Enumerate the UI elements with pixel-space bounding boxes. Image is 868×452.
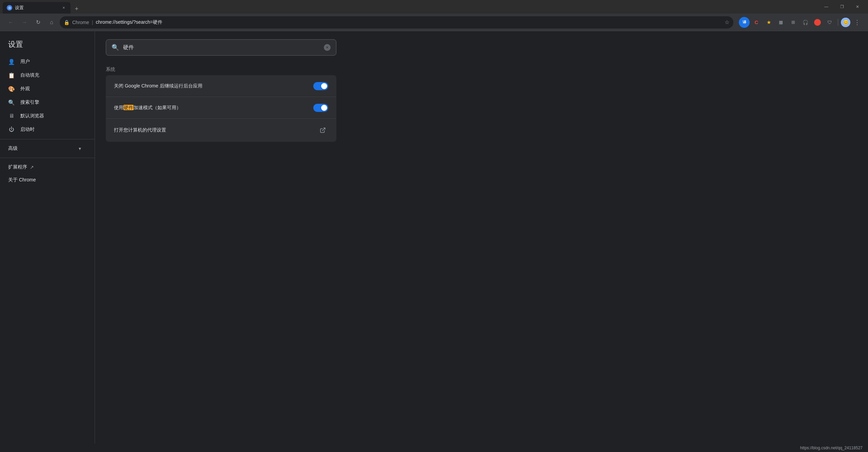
external-link-icon: ↗ [30, 164, 34, 170]
tab-title: 设置 [15, 5, 58, 11]
sidebar-item-label-search: 搜索引擎 [20, 99, 39, 105]
sidebar-item-advanced[interactable]: 高级 ▾ [0, 142, 89, 155]
address-url: chrome://settings/?search=硬件 [96, 19, 722, 25]
toggle-hardware-acceleration[interactable] [313, 104, 328, 112]
home-button[interactable]: ⌂ [46, 17, 57, 28]
extension-c[interactable]: C [751, 17, 762, 28]
sidebar-title: 设置 [0, 37, 95, 55]
extension-square[interactable]: ▦ [775, 17, 786, 28]
sidebar-item-appearance[interactable]: 🎨 外观 [0, 82, 89, 96]
sidebar-item-about[interactable]: 关于 Chrome [0, 174, 95, 186]
chevron-down-icon: ▾ [79, 146, 81, 151]
toggle-thumb-hw [321, 105, 327, 111]
sidebar-item-label-users: 用户 [20, 59, 30, 65]
navbar: ← → ↻ ⌂ 🔒 Chrome | chrome://settings/?se… [0, 14, 868, 31]
new-tab-button[interactable]: + [72, 4, 81, 14]
back-button[interactable]: ← [5, 17, 16, 28]
extension-translate[interactable]: 译 [739, 17, 750, 28]
refresh-button[interactable]: ↻ [33, 17, 43, 28]
setting-row-proxy: 打开您计算机的代理设置 [106, 119, 336, 142]
browser-icon: 🖥 [8, 113, 15, 119]
sidebar-item-startup[interactable]: ⏻ 启动时 [0, 123, 89, 136]
appearance-icon: 🎨 [8, 85, 15, 92]
search-engine-icon: 🔍 [8, 99, 15, 106]
extension-shield[interactable]: 🛡 [824, 17, 835, 28]
forward-button[interactable]: → [19, 17, 30, 28]
sidebar-item-label-startup: 启动时 [20, 126, 35, 133]
tab-favicon: ⚙ [7, 5, 12, 11]
sidebar-item-extensions[interactable]: 扩展程序 ↗ [0, 161, 95, 174]
toolbar-extensions: 译 C ★ ▦ ⊞ 🎧 🛡 😊 ⋮ [739, 17, 863, 28]
setting-row-background-run: 关闭 Google Chrome 后继续运行后台应用 [106, 75, 336, 97]
toolbar-divider [838, 19, 838, 26]
profile-avatar[interactable]: 😊 [841, 18, 850, 27]
statusbar: https://blog.csdn.net/qq_24118527 [0, 444, 868, 452]
sidebar: 设置 👤 用户 📋 自动填充 🎨 外观 🔍 搜索引擎 🖥 默认浏览器 ⏻ 启动时… [0, 31, 95, 452]
text-suffix: 加速模式（如果可用） [134, 105, 181, 110]
extension-red-circle[interactable] [814, 19, 821, 26]
extensions-label: 扩展程序 [8, 164, 27, 170]
sidebar-item-label-browser: 默认浏览器 [20, 113, 44, 119]
search-clear-button[interactable]: × [324, 44, 331, 51]
toggle-thumb [321, 83, 327, 89]
close-tab-button[interactable]: × [61, 5, 66, 11]
minimize-button[interactable]: — [818, 0, 834, 14]
address-bar[interactable]: 🔒 Chrome | chrome://settings/?search=硬件 … [60, 16, 733, 28]
sidebar-advanced-label: 高级 [8, 145, 18, 152]
extension-star[interactable]: ★ [763, 17, 774, 28]
titlebar: ⚙ 设置 × + — ❐ ✕ [0, 0, 868, 14]
main-layout: 设置 👤 用户 📋 自动填充 🎨 外观 🔍 搜索引擎 🖥 默认浏览器 ⏻ 启动时… [0, 31, 868, 452]
setting-text-background: 关闭 Google Chrome 后继续运行后台应用 [114, 83, 313, 89]
sidebar-divider [0, 139, 95, 139]
autofill-icon: 📋 [8, 72, 15, 79]
close-button[interactable]: ✕ [850, 0, 865, 14]
startup-icon: ⏻ [8, 126, 15, 133]
bookmark-icon[interactable]: ☆ [725, 19, 729, 25]
extension-headphone[interactable]: 🎧 [800, 17, 811, 28]
chrome-label: Chrome [72, 20, 89, 25]
content-area: 🔍 × 系统 关闭 Google Chrome 后继续运行后台应用 使用硬件加速… [95, 31, 868, 452]
tab-bar: ⚙ 设置 × + [3, 0, 818, 14]
extension-grid[interactable]: ⊞ [788, 17, 798, 28]
address-divider: | [92, 20, 93, 25]
about-chrome-label: 关于 Chrome [8, 177, 36, 183]
setting-row-hardware-acceleration: 使用硬件加速模式（如果可用） [106, 97, 336, 119]
sidebar-item-search[interactable]: 🔍 搜索引擎 [0, 96, 89, 109]
secure-icon: 🔒 [64, 20, 70, 25]
restore-button[interactable]: ❐ [834, 0, 850, 14]
sidebar-divider-2 [0, 158, 95, 158]
sidebar-item-browser[interactable]: 🖥 默认浏览器 [0, 109, 89, 123]
active-tab[interactable]: ⚙ 设置 × [3, 2, 71, 14]
proxy-external-link-button[interactable] [317, 125, 328, 136]
statusbar-url: https://blog.csdn.net/qq_24118527 [800, 446, 863, 450]
user-icon: 👤 [8, 58, 15, 65]
text-prefix: 使用 [114, 105, 123, 110]
search-bar[interactable]: 🔍 × [106, 39, 336, 56]
section-title: 系统 [106, 66, 857, 73]
window-controls: — ❐ ✕ [818, 0, 865, 14]
sidebar-item-label-appearance: 外观 [20, 86, 30, 92]
toggle-background-run[interactable] [313, 82, 328, 90]
sidebar-item-users[interactable]: 👤 用户 [0, 55, 89, 68]
search-icon: 🔍 [112, 44, 119, 51]
settings-card: 关闭 Google Chrome 后继续运行后台应用 使用硬件加速模式（如果可用… [106, 75, 336, 142]
chrome-menu-button[interactable]: ⋮ [852, 17, 863, 28]
sidebar-item-label-autofill: 自动填充 [20, 72, 39, 78]
search-input[interactable] [123, 44, 320, 51]
text-highlight: 硬件 [123, 105, 134, 110]
svg-line-0 [322, 128, 325, 131]
setting-text-hardware: 使用硬件加速模式（如果可用） [114, 105, 313, 111]
sidebar-item-autofill[interactable]: 📋 自动填充 [0, 68, 89, 82]
setting-text-proxy: 打开您计算机的代理设置 [114, 127, 317, 133]
